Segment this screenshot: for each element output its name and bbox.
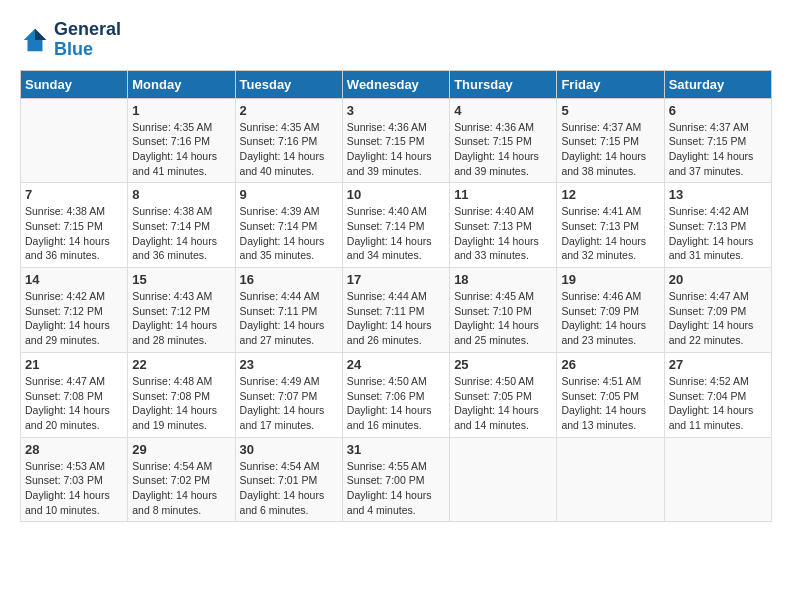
day-info: Sunrise: 4:54 AM Sunset: 7:01 PM Dayligh… (240, 459, 338, 518)
calendar-cell: 13Sunrise: 4:42 AM Sunset: 7:13 PM Dayli… (664, 183, 771, 268)
calendar-header-row: SundayMondayTuesdayWednesdayThursdayFrid… (21, 70, 772, 98)
day-number: 2 (240, 103, 338, 118)
calendar-cell: 29Sunrise: 4:54 AM Sunset: 7:02 PM Dayli… (128, 437, 235, 522)
day-info: Sunrise: 4:53 AM Sunset: 7:03 PM Dayligh… (25, 459, 123, 518)
calendar-cell: 8Sunrise: 4:38 AM Sunset: 7:14 PM Daylig… (128, 183, 235, 268)
header-monday: Monday (128, 70, 235, 98)
calendar-cell: 5Sunrise: 4:37 AM Sunset: 7:15 PM Daylig… (557, 98, 664, 183)
calendar-cell: 3Sunrise: 4:36 AM Sunset: 7:15 PM Daylig… (342, 98, 449, 183)
header-saturday: Saturday (664, 70, 771, 98)
calendar-cell: 16Sunrise: 4:44 AM Sunset: 7:11 PM Dayli… (235, 268, 342, 353)
calendar-cell: 20Sunrise: 4:47 AM Sunset: 7:09 PM Dayli… (664, 268, 771, 353)
calendar-cell: 17Sunrise: 4:44 AM Sunset: 7:11 PM Dayli… (342, 268, 449, 353)
day-number: 12 (561, 187, 659, 202)
calendar-cell (450, 437, 557, 522)
day-info: Sunrise: 4:39 AM Sunset: 7:14 PM Dayligh… (240, 204, 338, 263)
day-number: 9 (240, 187, 338, 202)
page-header: General Blue (20, 20, 772, 60)
calendar-cell: 24Sunrise: 4:50 AM Sunset: 7:06 PM Dayli… (342, 352, 449, 437)
calendar-cell: 19Sunrise: 4:46 AM Sunset: 7:09 PM Dayli… (557, 268, 664, 353)
header-thursday: Thursday (450, 70, 557, 98)
day-number: 3 (347, 103, 445, 118)
day-number: 8 (132, 187, 230, 202)
calendar-week-5: 28Sunrise: 4:53 AM Sunset: 7:03 PM Dayli… (21, 437, 772, 522)
calendar-cell: 9Sunrise: 4:39 AM Sunset: 7:14 PM Daylig… (235, 183, 342, 268)
calendar-cell: 12Sunrise: 4:41 AM Sunset: 7:13 PM Dayli… (557, 183, 664, 268)
day-info: Sunrise: 4:41 AM Sunset: 7:13 PM Dayligh… (561, 204, 659, 263)
day-info: Sunrise: 4:54 AM Sunset: 7:02 PM Dayligh… (132, 459, 230, 518)
day-info: Sunrise: 4:38 AM Sunset: 7:14 PM Dayligh… (132, 204, 230, 263)
logo-icon (20, 25, 50, 55)
day-info: Sunrise: 4:44 AM Sunset: 7:11 PM Dayligh… (347, 289, 445, 348)
calendar-cell: 15Sunrise: 4:43 AM Sunset: 7:12 PM Dayli… (128, 268, 235, 353)
day-info: Sunrise: 4:40 AM Sunset: 7:14 PM Dayligh… (347, 204, 445, 263)
day-number: 24 (347, 357, 445, 372)
day-number: 1 (132, 103, 230, 118)
calendar-cell: 7Sunrise: 4:38 AM Sunset: 7:15 PM Daylig… (21, 183, 128, 268)
calendar-week-2: 7Sunrise: 4:38 AM Sunset: 7:15 PM Daylig… (21, 183, 772, 268)
day-info: Sunrise: 4:36 AM Sunset: 7:15 PM Dayligh… (454, 120, 552, 179)
calendar-cell: 1Sunrise: 4:35 AM Sunset: 7:16 PM Daylig… (128, 98, 235, 183)
header-friday: Friday (557, 70, 664, 98)
day-number: 31 (347, 442, 445, 457)
header-wednesday: Wednesday (342, 70, 449, 98)
calendar-cell: 28Sunrise: 4:53 AM Sunset: 7:03 PM Dayli… (21, 437, 128, 522)
calendar-cell (557, 437, 664, 522)
day-number: 19 (561, 272, 659, 287)
calendar-cell: 4Sunrise: 4:36 AM Sunset: 7:15 PM Daylig… (450, 98, 557, 183)
svg-marker-1 (35, 29, 46, 40)
day-info: Sunrise: 4:46 AM Sunset: 7:09 PM Dayligh… (561, 289, 659, 348)
day-number: 30 (240, 442, 338, 457)
day-number: 4 (454, 103, 552, 118)
calendar-cell: 10Sunrise: 4:40 AM Sunset: 7:14 PM Dayli… (342, 183, 449, 268)
calendar-cell: 6Sunrise: 4:37 AM Sunset: 7:15 PM Daylig… (664, 98, 771, 183)
day-info: Sunrise: 4:37 AM Sunset: 7:15 PM Dayligh… (561, 120, 659, 179)
calendar-cell: 2Sunrise: 4:35 AM Sunset: 7:16 PM Daylig… (235, 98, 342, 183)
calendar-cell: 22Sunrise: 4:48 AM Sunset: 7:08 PM Dayli… (128, 352, 235, 437)
day-number: 13 (669, 187, 767, 202)
day-number: 27 (669, 357, 767, 372)
day-info: Sunrise: 4:47 AM Sunset: 7:08 PM Dayligh… (25, 374, 123, 433)
calendar-cell: 23Sunrise: 4:49 AM Sunset: 7:07 PM Dayli… (235, 352, 342, 437)
day-info: Sunrise: 4:35 AM Sunset: 7:16 PM Dayligh… (240, 120, 338, 179)
day-number: 18 (454, 272, 552, 287)
day-number: 7 (25, 187, 123, 202)
day-number: 25 (454, 357, 552, 372)
day-number: 14 (25, 272, 123, 287)
day-info: Sunrise: 4:40 AM Sunset: 7:13 PM Dayligh… (454, 204, 552, 263)
day-number: 26 (561, 357, 659, 372)
day-info: Sunrise: 4:38 AM Sunset: 7:15 PM Dayligh… (25, 204, 123, 263)
calendar-week-3: 14Sunrise: 4:42 AM Sunset: 7:12 PM Dayli… (21, 268, 772, 353)
calendar-cell (664, 437, 771, 522)
day-info: Sunrise: 4:49 AM Sunset: 7:07 PM Dayligh… (240, 374, 338, 433)
day-number: 6 (669, 103, 767, 118)
day-info: Sunrise: 4:43 AM Sunset: 7:12 PM Dayligh… (132, 289, 230, 348)
day-number: 16 (240, 272, 338, 287)
day-info: Sunrise: 4:47 AM Sunset: 7:09 PM Dayligh… (669, 289, 767, 348)
calendar-cell: 14Sunrise: 4:42 AM Sunset: 7:12 PM Dayli… (21, 268, 128, 353)
day-number: 22 (132, 357, 230, 372)
calendar-cell: 21Sunrise: 4:47 AM Sunset: 7:08 PM Dayli… (21, 352, 128, 437)
calendar-cell: 27Sunrise: 4:52 AM Sunset: 7:04 PM Dayli… (664, 352, 771, 437)
day-number: 23 (240, 357, 338, 372)
calendar-cell: 25Sunrise: 4:50 AM Sunset: 7:05 PM Dayli… (450, 352, 557, 437)
calendar-cell: 18Sunrise: 4:45 AM Sunset: 7:10 PM Dayli… (450, 268, 557, 353)
day-info: Sunrise: 4:36 AM Sunset: 7:15 PM Dayligh… (347, 120, 445, 179)
day-number: 20 (669, 272, 767, 287)
calendar-cell (21, 98, 128, 183)
day-number: 29 (132, 442, 230, 457)
calendar-cell: 31Sunrise: 4:55 AM Sunset: 7:00 PM Dayli… (342, 437, 449, 522)
day-number: 11 (454, 187, 552, 202)
day-info: Sunrise: 4:35 AM Sunset: 7:16 PM Dayligh… (132, 120, 230, 179)
calendar-week-4: 21Sunrise: 4:47 AM Sunset: 7:08 PM Dayli… (21, 352, 772, 437)
day-info: Sunrise: 4:37 AM Sunset: 7:15 PM Dayligh… (669, 120, 767, 179)
day-number: 5 (561, 103, 659, 118)
day-info: Sunrise: 4:51 AM Sunset: 7:05 PM Dayligh… (561, 374, 659, 433)
day-info: Sunrise: 4:48 AM Sunset: 7:08 PM Dayligh… (132, 374, 230, 433)
calendar-cell: 11Sunrise: 4:40 AM Sunset: 7:13 PM Dayli… (450, 183, 557, 268)
day-info: Sunrise: 4:50 AM Sunset: 7:06 PM Dayligh… (347, 374, 445, 433)
header-tuesday: Tuesday (235, 70, 342, 98)
day-info: Sunrise: 4:55 AM Sunset: 7:00 PM Dayligh… (347, 459, 445, 518)
calendar-table: SundayMondayTuesdayWednesdayThursdayFrid… (20, 70, 772, 523)
day-info: Sunrise: 4:45 AM Sunset: 7:10 PM Dayligh… (454, 289, 552, 348)
